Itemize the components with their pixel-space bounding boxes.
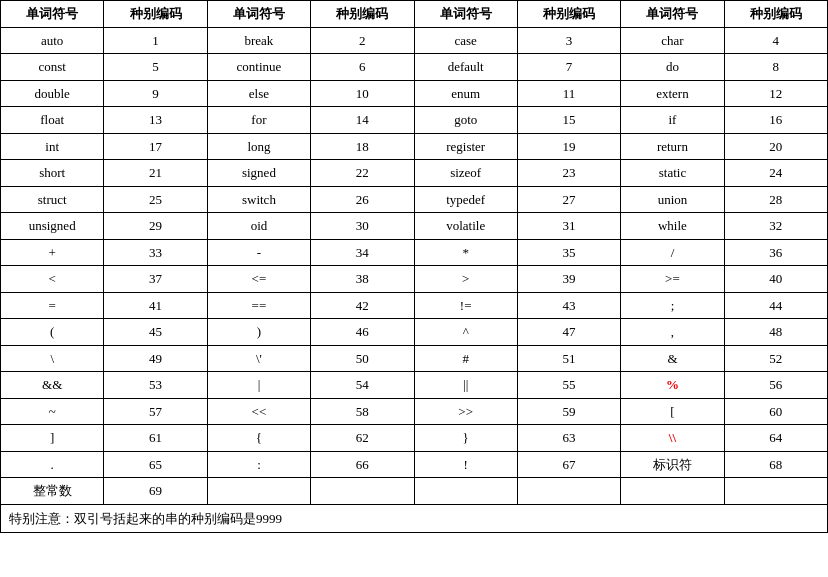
table-row: +33-34*35/36 — [1, 239, 828, 266]
cell-r6-c6: union — [621, 186, 724, 213]
cell-r10-c1: 41 — [104, 292, 207, 319]
cell-r13-c2: | — [207, 372, 310, 399]
cell-r6-c2: switch — [207, 186, 310, 213]
cell-r0-c4: case — [414, 27, 517, 54]
cell-r13-c5: 55 — [517, 372, 620, 399]
cell-r9-c1: 37 — [104, 266, 207, 293]
header-row: 单词符号 种别编码 单词符号 种别编码 单词符号 种别编码 单词符号 种别编码 — [1, 1, 828, 28]
cell-r4-c1: 17 — [104, 133, 207, 160]
col-header-5: 单词符号 — [414, 1, 517, 28]
cell-r6-c4: typedef — [414, 186, 517, 213]
cell-r13-c0: && — [1, 372, 104, 399]
cell-r11-c3: 46 — [311, 319, 414, 346]
cell-r7-c5: 31 — [517, 213, 620, 240]
cell-r6-c5: 27 — [517, 186, 620, 213]
cell-r15-c1: 61 — [104, 425, 207, 452]
table-row: <37<=38>39>=40 — [1, 266, 828, 293]
cell-r3-c6: if — [621, 107, 724, 134]
cell-r13-c1: 53 — [104, 372, 207, 399]
cell-r14-c2: << — [207, 398, 310, 425]
table-row: float13for14goto15if16 — [1, 107, 828, 134]
cell-r17-c2 — [207, 478, 310, 505]
cell-r16-c6: 标识符 — [621, 451, 724, 478]
table-row: &&53|54||55%56 — [1, 372, 828, 399]
cell-r7-c6: while — [621, 213, 724, 240]
cell-r3-c0: float — [1, 107, 104, 134]
cell-r11-c7: 48 — [724, 319, 827, 346]
cell-r8-c7: 36 — [724, 239, 827, 266]
cell-r0-c5: 3 — [517, 27, 620, 54]
col-header-3: 单词符号 — [207, 1, 310, 28]
cell-r8-c1: 33 — [104, 239, 207, 266]
cell-r0-c0: auto — [1, 27, 104, 54]
cell-r5-c2: signed — [207, 160, 310, 187]
cell-r10-c7: 44 — [724, 292, 827, 319]
table-footer: 特别注意：双引号括起来的串的种别编码是9999 — [1, 504, 828, 533]
cell-r4-c3: 18 — [311, 133, 414, 160]
cell-r14-c1: 57 — [104, 398, 207, 425]
cell-r7-c7: 32 — [724, 213, 827, 240]
col-header-1: 单词符号 — [1, 1, 104, 28]
cell-r11-c6: , — [621, 319, 724, 346]
cell-r10-c5: 43 — [517, 292, 620, 319]
cell-r0-c1: 1 — [104, 27, 207, 54]
cell-r11-c5: 47 — [517, 319, 620, 346]
note-text: 特别注意：双引号括起来的串的种别编码是9999 — [9, 511, 282, 526]
cell-r3-c2: for — [207, 107, 310, 134]
cell-r15-c5: 63 — [517, 425, 620, 452]
token-table: 单词符号 种别编码 单词符号 种别编码 单词符号 种别编码 单词符号 种别编码 … — [0, 0, 828, 533]
cell-r2-c1: 9 — [104, 80, 207, 107]
cell-r3-c5: 15 — [517, 107, 620, 134]
cell-r12-c5: 51 — [517, 345, 620, 372]
cell-r9-c2: <= — [207, 266, 310, 293]
cell-r15-c4: } — [414, 425, 517, 452]
cell-r2-c6: extern — [621, 80, 724, 107]
cell-r14-c7: 60 — [724, 398, 827, 425]
col-header-7: 单词符号 — [621, 1, 724, 28]
cell-r9-c3: 38 — [311, 266, 414, 293]
cell-r0-c3: 2 — [311, 27, 414, 54]
cell-r17-c1: 69 — [104, 478, 207, 505]
cell-r1-c1: 5 — [104, 54, 207, 81]
cell-r9-c4: > — [414, 266, 517, 293]
table-row: (45)46^47,48 — [1, 319, 828, 346]
cell-r2-c3: 10 — [311, 80, 414, 107]
cell-r9-c7: 40 — [724, 266, 827, 293]
cell-r10-c2: == — [207, 292, 310, 319]
cell-r16-c4: ! — [414, 451, 517, 478]
cell-r14-c0: ~ — [1, 398, 104, 425]
col-header-4: 种别编码 — [311, 1, 414, 28]
cell-r7-c0: unsigned — [1, 213, 104, 240]
cell-r12-c2: \' — [207, 345, 310, 372]
table-row: .65:66!67标识符68 — [1, 451, 828, 478]
cell-r17-c6 — [621, 478, 724, 505]
cell-r5-c7: 24 — [724, 160, 827, 187]
cell-r5-c4: sizeof — [414, 160, 517, 187]
table-row: int17long18register19return20 — [1, 133, 828, 160]
table-row: double9else10enum11extern12 — [1, 80, 828, 107]
cell-r13-c3: 54 — [311, 372, 414, 399]
cell-r17-c0: 整常数 — [1, 478, 104, 505]
cell-r4-c6: return — [621, 133, 724, 160]
cell-r6-c0: struct — [1, 186, 104, 213]
col-header-6: 种别编码 — [517, 1, 620, 28]
cell-r10-c6: ; — [621, 292, 724, 319]
cell-r17-c3 — [311, 478, 414, 505]
cell-r15-c7: 64 — [724, 425, 827, 452]
cell-r8-c0: + — [1, 239, 104, 266]
cell-r4-c7: 20 — [724, 133, 827, 160]
cell-r2-c7: 12 — [724, 80, 827, 107]
cell-r6-c7: 28 — [724, 186, 827, 213]
cell-r7-c1: 29 — [104, 213, 207, 240]
table-row: 整常数69 — [1, 478, 828, 505]
cell-r15-c0: ] — [1, 425, 104, 452]
note-cell: 特别注意：双引号括起来的串的种别编码是9999 — [1, 504, 828, 533]
table-row: \49\'50#51&52 — [1, 345, 828, 372]
main-container: 单词符号 种别编码 单词符号 种别编码 单词符号 种别编码 单词符号 种别编码 … — [0, 0, 828, 577]
table-row: auto1break2case3char4 — [1, 27, 828, 54]
cell-r16-c0: . — [1, 451, 104, 478]
cell-r4-c5: 19 — [517, 133, 620, 160]
cell-r8-c4: * — [414, 239, 517, 266]
cell-r9-c6: >= — [621, 266, 724, 293]
cell-r15-c3: 62 — [311, 425, 414, 452]
